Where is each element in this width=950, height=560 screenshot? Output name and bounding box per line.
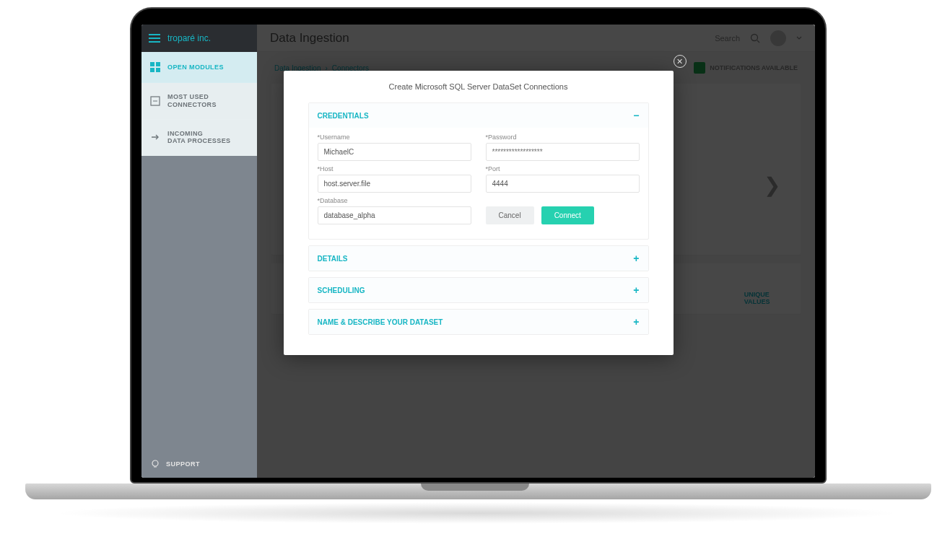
connect-button[interactable]: Connect	[541, 206, 594, 224]
svg-rect-2	[150, 68, 154, 72]
svg-point-7	[152, 460, 158, 466]
section-credentials: CREDENTIALS − *Username *Password	[308, 102, 649, 240]
plus-icon: +	[633, 284, 639, 296]
label-host: *Host	[318, 165, 471, 172]
label-username: *Username	[318, 134, 471, 141]
sidebar-item-label: INCOMING DATA PROCESSES	[167, 130, 230, 146]
support-label: SUPPORT	[166, 460, 200, 468]
laptop-notch	[421, 484, 529, 491]
sidebar-item-label: OPEN MODULES	[167, 64, 224, 71]
section-details: DETAILS +	[308, 245, 649, 271]
section-scheduling: SCHEDULING +	[308, 277, 649, 303]
sidebar-item-label: MOST USED CONNECTORS	[167, 93, 217, 109]
sidebar-item-most-used[interactable]: MOST USED CONNECTORS	[141, 83, 257, 120]
sidebar-item-open-modules[interactable]: OPEN MODULES	[141, 52, 257, 83]
sidebar-support[interactable]: SUPPORT	[141, 450, 257, 478]
credentials-header[interactable]: CREDENTIALS −	[309, 103, 648, 128]
scheduling-header[interactable]: SCHEDULING +	[309, 278, 648, 302]
svg-rect-0	[150, 62, 154, 66]
plus-icon: +	[633, 253, 639, 264]
input-host[interactable]	[318, 175, 471, 193]
label-password: *Password	[486, 134, 640, 141]
name-describe-header[interactable]: NAME & DESCRIBE YOUR DATASET +	[309, 310, 648, 334]
cancel-button[interactable]: Cancel	[486, 206, 534, 224]
minus-icon: −	[633, 110, 639, 121]
screen: troparé inc. OPEN MODULES MOST USED CONN…	[141, 25, 815, 478]
label-database: *Database	[318, 197, 471, 204]
plus-icon: +	[633, 316, 639, 328]
connector-icon	[150, 96, 160, 106]
bulb-icon	[150, 459, 160, 469]
brand-name: troparé inc.	[167, 33, 211, 43]
grid-icon	[150, 62, 160, 72]
input-database[interactable]	[318, 206, 471, 224]
laptop-frame: troparé inc. OPEN MODULES MOST USED CONN…	[130, 7, 827, 484]
svg-rect-3	[156, 68, 160, 72]
close-icon[interactable]: ✕	[674, 55, 687, 68]
sidebar: troparé inc. OPEN MODULES MOST USED CONN…	[141, 25, 257, 478]
create-connection-modal: ✕ Create Microsoft SQL Server DataSet Co…	[284, 71, 674, 355]
brand-bar: troparé inc.	[141, 25, 257, 52]
input-username[interactable]	[318, 143, 471, 161]
input-port[interactable]	[486, 175, 640, 193]
modal-title: Create Microsoft SQL Server DataSet Conn…	[284, 71, 674, 102]
arrow-right-icon	[150, 132, 160, 142]
input-password[interactable]	[486, 143, 640, 161]
menu-icon[interactable]	[149, 34, 160, 43]
sidebar-item-incoming[interactable]: INCOMING DATA PROCESSES	[141, 120, 257, 157]
svg-rect-1	[156, 62, 160, 66]
label-port: *Port	[486, 165, 640, 172]
details-header[interactable]: DETAILS +	[309, 246, 648, 271]
section-name-describe: NAME & DESCRIBE YOUR DATASET +	[308, 309, 649, 335]
